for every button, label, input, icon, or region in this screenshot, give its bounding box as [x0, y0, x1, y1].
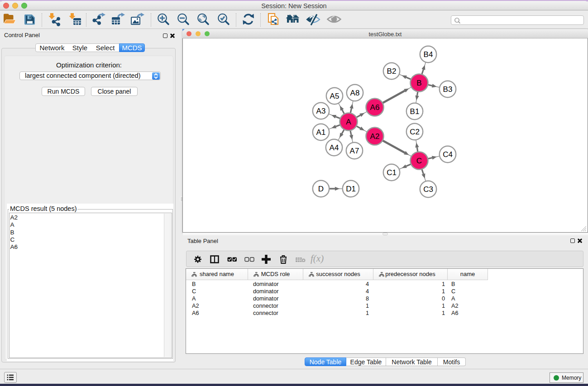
svg-text:C1: C1 — [387, 168, 397, 177]
svg-text:D1: D1 — [346, 185, 356, 193]
svg-text:D: D — [318, 185, 324, 193]
svg-text:A6: A6 — [370, 103, 380, 112]
svg-text:A: A — [346, 118, 351, 126]
svg-text:B2: B2 — [387, 67, 397, 76]
svg-text:A8: A8 — [350, 89, 360, 97]
svg-text:C2: C2 — [410, 128, 420, 136]
svg-text:C: C — [416, 157, 422, 165]
svg-text:A4: A4 — [330, 143, 339, 152]
svg-text:B: B — [416, 79, 421, 87]
svg-text:C3: C3 — [423, 185, 433, 194]
svg-text:B1: B1 — [410, 107, 420, 116]
svg-text:B3: B3 — [443, 85, 453, 94]
svg-text:A2: A2 — [370, 132, 380, 141]
svg-text:A5: A5 — [330, 92, 339, 100]
svg-text:B4: B4 — [424, 50, 433, 59]
svg-text:C4: C4 — [443, 150, 453, 159]
svg-text:A1: A1 — [316, 128, 326, 137]
svg-text:A7: A7 — [350, 147, 359, 155]
svg-text:A3: A3 — [316, 107, 326, 115]
